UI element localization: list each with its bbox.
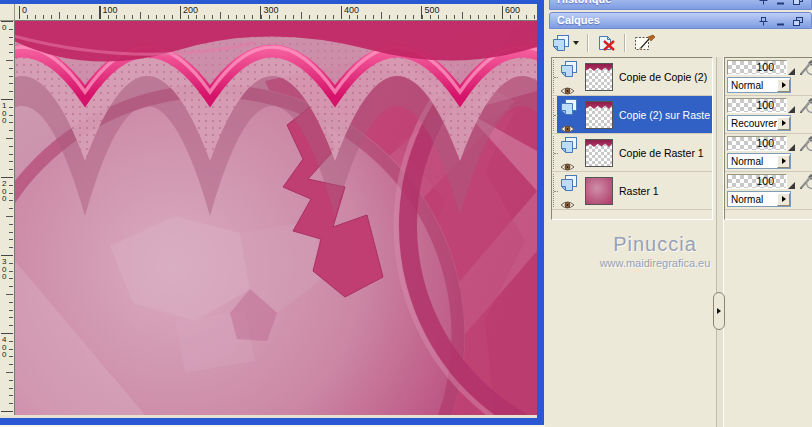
canvas-artwork[interactable]: [15, 21, 537, 415]
layer-pages-icon: [560, 61, 578, 82]
layer-opacity-slider[interactable]: 100: [727, 174, 787, 189]
horizontal-ruler[interactable]: 0100200300400500600: [15, 4, 537, 21]
calques-titlebar[interactable]: Calques: [549, 12, 812, 29]
ruler-label: 300: [264, 5, 279, 15]
new-layer-button[interactable]: [548, 32, 583, 55]
blend-mode-dropdown[interactable]: Normal: [727, 191, 791, 207]
window-border-bottom: [0, 418, 544, 425]
layer-visibility-toggle[interactable]: [560, 196, 575, 214]
blend-mode-arrow-button[interactable]: [777, 117, 790, 130]
layer-controls: 100Normal: [725, 134, 812, 172]
layer-thumbnail[interactable]: [585, 139, 613, 167]
blend-mode-dropdown[interactable]: Normal: [727, 153, 791, 169]
ruler-label: 200: [183, 5, 198, 15]
ruler-label: 0: [22, 5, 27, 15]
lock-transparency-icon[interactable]: [799, 98, 812, 118]
layer-opacity-slider[interactable]: 100: [727, 136, 787, 151]
arrow-right-icon: [782, 196, 786, 202]
layer-row[interactable]: Copie de Copie (2) sur: [552, 58, 712, 96]
blend-mode-dropdown[interactable]: Normal: [727, 77, 791, 93]
dropdown-caret-icon: [573, 41, 579, 45]
opacity-slider-handle[interactable]: [788, 144, 795, 151]
tree-branch-line: [553, 136, 557, 169]
palettes-panel: Historique Calques Copie de Copie (2) su…: [545, 0, 812, 427]
layer-row[interactable]: Copie de Raster 1: [552, 134, 712, 172]
float-icon: [793, 17, 803, 26]
blend-mode-value: Normal: [728, 155, 777, 168]
layer-opacity-slider[interactable]: 100: [727, 98, 787, 113]
layer-visibility-toggle[interactable]: [560, 158, 575, 176]
pin-icon: [759, 17, 768, 26]
vertical-ruler[interactable]: 0100200300400: [0, 21, 15, 415]
blend-mode-arrow-button[interactable]: [777, 193, 790, 206]
layer-opacity-slider[interactable]: 100: [727, 60, 787, 75]
historique-titlebar[interactable]: Historique: [549, 0, 812, 10]
edit-selection-brush-icon: [634, 34, 656, 52]
watermark-url: www.maidiregrafica.eu: [555, 257, 755, 269]
window-border-right: [537, 0, 544, 425]
visibility-eye-icon: [560, 86, 575, 96]
layer-name: Raster 1: [619, 185, 710, 197]
ruler-label: 100: [2, 102, 10, 125]
layer-visibility-toggle[interactable]: [560, 82, 575, 100]
visibility-eye-icon: [560, 124, 575, 134]
minimize-button[interactable]: [775, 16, 786, 27]
arrow-right-icon: [782, 120, 786, 126]
opacity-value: 100: [728, 99, 786, 112]
toolbar-separator: [624, 34, 626, 52]
new-layer-icon: [552, 35, 570, 52]
blend-mode-arrow-button[interactable]: [777, 155, 790, 168]
arrow-right-icon: [717, 308, 721, 314]
ruler-label: 300: [2, 258, 10, 281]
layer-controls: 100Normal: [725, 172, 812, 210]
minimize-icon: [776, 17, 785, 26]
opacity-slider-handle[interactable]: [788, 106, 795, 113]
blend-mode-value: Normal: [728, 79, 777, 92]
ruler-label: 200: [2, 180, 10, 203]
watermark: Pinuccia www.maidiregrafica.eu: [555, 233, 755, 269]
pin-button[interactable]: [758, 16, 769, 27]
layer-row[interactable]: Copie (2) sur Raster 1: [552, 96, 712, 134]
delete-layer-button[interactable]: [593, 32, 620, 55]
minimize-button[interactable]: [775, 0, 786, 6]
layer-thumbnail[interactable]: [585, 63, 613, 91]
layer-thumbnail[interactable]: [585, 177, 613, 205]
opacity-slider-handle[interactable]: [788, 182, 795, 189]
arrow-right-icon: [782, 82, 786, 88]
lock-transparency-icon[interactable]: [799, 174, 812, 194]
ruler-label: 400: [344, 5, 359, 15]
layer-list: Copie de Copie (2) surCopie (2) sur Rast…: [551, 57, 713, 220]
opacity-value: 100: [728, 61, 786, 74]
float-button[interactable]: [792, 16, 803, 27]
layer-controls: 100Normal: [725, 58, 812, 96]
opacity-value: 100: [728, 175, 786, 188]
historique-title: Historique: [557, 0, 611, 5]
calques-title: Calques: [557, 14, 600, 26]
float-icon: [793, 0, 803, 5]
opacity-slider-handle[interactable]: [788, 68, 795, 75]
ruler-label: 600: [505, 5, 520, 15]
layer-row[interactable]: Raster 1: [552, 172, 712, 210]
toolbar-separator: [587, 34, 589, 52]
layer-name: Copie de Raster 1: [619, 147, 710, 159]
layer-pages-icon: [560, 99, 578, 120]
float-button[interactable]: [792, 0, 803, 6]
ruler-label: 500: [425, 5, 440, 15]
blend-mode-value: Normal: [728, 193, 777, 206]
layer-visibility-toggle[interactable]: [560, 120, 575, 138]
image-window: 0100200300400500600 0100200300400: [0, 0, 545, 427]
pin-button[interactable]: [758, 0, 769, 6]
historique-palette: Historique: [545, 0, 812, 10]
blend-mode-dropdown[interactable]: Recouvrement: [727, 115, 791, 131]
edit-selection-button[interactable]: [630, 32, 660, 55]
layer-thumbnail[interactable]: [585, 101, 613, 129]
blend-mode-arrow-button[interactable]: [777, 79, 790, 92]
lock-transparency-icon[interactable]: [799, 136, 812, 156]
ruler-label: 100: [103, 5, 118, 15]
layer-name: Copie (2) sur Raster 1: [619, 109, 710, 121]
blend-mode-value: Recouvrement: [728, 117, 777, 130]
watermark-name: Pinuccia: [555, 233, 755, 256]
lock-transparency-icon[interactable]: [799, 60, 812, 80]
opacity-value: 100: [728, 137, 786, 150]
collapse-arrow-button[interactable]: [713, 292, 725, 330]
